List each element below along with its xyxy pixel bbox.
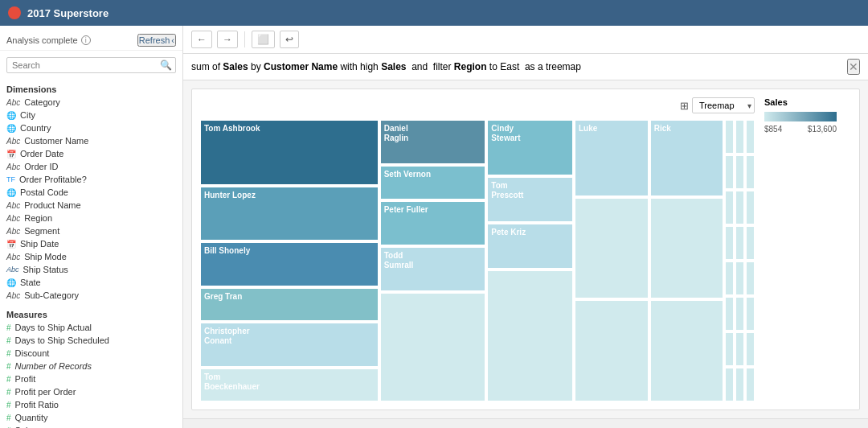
abc-icon: Abc: [6, 163, 20, 171]
sidebar-item-quantity[interactable]: # Quantity: [0, 411, 182, 424]
calendar-icon: 📅: [6, 240, 16, 249]
treemap-cell: [735, 297, 744, 331]
legend-min: $854: [764, 125, 782, 134]
treemap-cell: [725, 297, 734, 331]
legend-gradient: [764, 112, 837, 121]
treemap-cell: [735, 191, 744, 224]
sidebar-item-ship-mode[interactable]: Abc Ship Mode: [0, 250, 182, 263]
dim-label: Category: [24, 97, 60, 107]
treemap-cell[interactable]: DanielRaglin: [380, 120, 486, 164]
legend-panel: Sales $854 $13,600: [755, 97, 851, 401]
sidebar-item-profit-ratio[interactable]: # Profit Ratio: [0, 398, 182, 411]
treemap-cell: [746, 332, 755, 366]
analysis-status: Analysis complete i: [6, 35, 91, 45]
sidebar-item-order-id[interactable]: Abc Order ID: [0, 160, 182, 173]
treemap-cell[interactable]: TomBoeckenhauer: [200, 368, 379, 401]
sidebar-item-sales[interactable]: # Sales: [0, 424, 182, 428]
sidebar: Analysis complete i Refresh ‹ 🔍 Dimensio…: [0, 26, 183, 428]
dim-label: Order Date: [20, 149, 63, 158]
treemap-cell: [725, 368, 734, 401]
treemap-cell[interactable]: Greg Tran: [200, 288, 379, 321]
treemap-cell[interactable]: ToddSumrall: [380, 247, 486, 291]
bool-icon: TF: [6, 175, 15, 183]
snapshot-button[interactable]: ⬜: [252, 31, 275, 48]
sidebar-item-country[interactable]: 🌐 Country: [0, 121, 182, 134]
treemap-cell[interactable]: [380, 293, 486, 401]
treemap-cell: [746, 191, 755, 224]
treemap-cell[interactable]: CindyStewart: [487, 120, 573, 175]
treemap-cell[interactable]: Hunter Lopez: [200, 187, 379, 241]
chart-type-selector[interactable]: ⊞ Treemap: [680, 97, 755, 113]
measure-icon: #: [6, 349, 11, 358]
sidebar-item-days-ship-actual[interactable]: # Days to Ship Actual: [0, 321, 182, 334]
sidebar-header: Analysis complete i Refresh ‹: [0, 31, 182, 51]
treemap-cell[interactable]: TomPrescott: [487, 177, 573, 222]
treemap-col-2: CindyStewart TomPrescott Pete Kriz: [487, 120, 573, 401]
forward-button[interactable]: →: [217, 31, 238, 48]
sidebar-item-category[interactable]: Abc Category: [0, 96, 182, 109]
sidebar-item-city[interactable]: 🌐 City: [0, 109, 182, 121]
treemap-cell[interactable]: Rick: [650, 120, 724, 196]
sidebar-item-order-date[interactable]: 📅 Order Date: [0, 147, 182, 160]
geo-icon: 🌐: [6, 278, 16, 287]
sidebar-item-sub-category[interactable]: Abc Sub-Category: [0, 289, 182, 302]
measure-label: Profit: [15, 374, 36, 384]
abc-icon: Abc: [6, 201, 20, 210]
undo-button[interactable]: ↩: [280, 31, 299, 48]
legend-title: Sales: [764, 97, 851, 107]
sidebar-item-days-ship-scheduled[interactable]: # Days to Ship Scheduled: [0, 334, 182, 347]
sidebar-item-profit-per-order[interactable]: # Profit per Order: [0, 385, 182, 398]
sidebar-item-discount[interactable]: # Discount: [0, 347, 182, 360]
treemap-cell[interactable]: Luke: [575, 120, 649, 196]
app-title: 2017 Superstore: [27, 7, 108, 19]
sidebar-item-segment[interactable]: Abc Segment: [0, 224, 182, 237]
treemap-cell[interactable]: Seth Vernon: [380, 166, 486, 200]
sidebar-item-customer-name[interactable]: Abc Customer Name: [0, 134, 182, 147]
treemap-cell: [746, 155, 755, 189]
chart-type-dropdown[interactable]: Treemap: [692, 97, 755, 113]
treemap-cell: [650, 198, 724, 299]
sidebar-item-order-profitable[interactable]: TF Order Profitable?: [0, 173, 182, 186]
search-input[interactable]: [6, 57, 176, 73]
treemap-cell: [735, 120, 744, 154]
treemap-cell: [746, 261, 755, 295]
dimensions-list: Abc Category 🌐 City 🌐 Country Abc Custom…: [0, 96, 182, 302]
dim-label: Ship Status: [23, 265, 68, 274]
treemap-cell: [746, 226, 755, 260]
sidebar-item-number-records[interactable]: # Number of Records: [0, 360, 182, 372]
treemap-cell[interactable]: Peter Fuller: [380, 201, 486, 245]
query-bar: sum of Sales by Customer Name with high …: [183, 54, 868, 80]
dim-label: Sub-Category: [24, 290, 79, 300]
sidebar-item-profit[interactable]: # Profit: [0, 372, 182, 385]
treemap-cell[interactable]: Pete Kriz: [487, 224, 573, 269]
treemap-cell: [746, 297, 755, 331]
treemap-cell[interactable]: Tom Ashbrook: [200, 120, 379, 185]
abc-icon: Abc: [6, 253, 20, 261]
query-text: sum of Sales by Customer Name with high …: [191, 61, 581, 72]
measure-label: Days to Ship Actual: [15, 323, 92, 332]
sidebar-item-postal-code[interactable]: 🌐 Postal Code: [0, 186, 182, 199]
search-box-container: 🔍: [0, 54, 182, 76]
treemap-cell: [725, 226, 734, 260]
sidebar-item-region[interactable]: Abc Region: [0, 212, 182, 224]
measure-label: Days to Ship Scheduled: [15, 335, 109, 345]
sidebar-item-ship-status[interactable]: Abc Ship Status: [0, 263, 182, 276]
treemap-cell[interactable]: Bill Shonely: [200, 242, 379, 286]
sidebar-item-product-name[interactable]: Abc Product Name: [0, 199, 182, 212]
query-close-button[interactable]: ✕: [847, 59, 860, 75]
measure-icon: #: [6, 375, 11, 384]
treemap-cell[interactable]: ChristopherConant: [200, 323, 379, 366]
main-layout: Analysis complete i Refresh ‹ 🔍 Dimensio…: [0, 26, 868, 428]
abc-icon: Abc: [6, 214, 20, 223]
refresh-icon: ‹: [171, 35, 174, 45]
treemap-cell: [746, 120, 755, 154]
treemap-col-4: Rick: [650, 120, 724, 401]
refresh-button[interactable]: Refresh ‹: [137, 34, 176, 47]
abc-icon: Abc: [6, 291, 20, 300]
horizontal-scrollbar[interactable]: [183, 418, 868, 428]
viz-area: ⊞ Treemap Tom Ashbrook: [183, 80, 868, 418]
sidebar-item-state[interactable]: 🌐 State: [0, 276, 182, 289]
sidebar-item-ship-date[interactable]: 📅 Ship Date: [0, 237, 182, 250]
back-button[interactable]: ←: [191, 31, 212, 48]
abc-icon: Abc: [6, 137, 20, 146]
